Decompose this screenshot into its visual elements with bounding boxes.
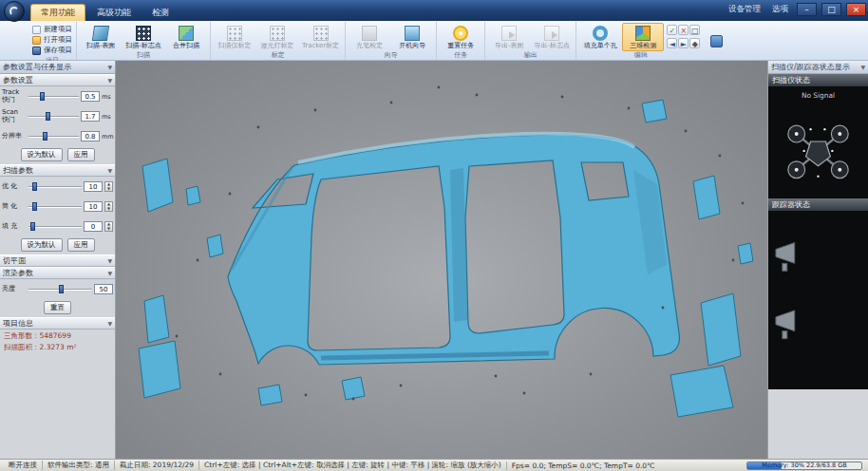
section-scan-title: 扫描参数	[3, 165, 33, 176]
section-param-settings[interactable]: 参数设置 ▼	[0, 74, 115, 86]
laser-calibration-label: 激光灯标定	[261, 43, 294, 50]
app-logo-icon[interactable]	[4, 1, 25, 22]
section-cut-plane[interactable]: 切平面 ▼	[0, 254, 115, 267]
car-body-scan-canvas	[116, 61, 767, 459]
fill-spinner[interactable]: ▲▼	[104, 221, 113, 232]
simplify-label: 简 化	[2, 203, 27, 211]
ribbon-group-calibration: 扫描仪标定 激光灯标定 Tracker标定 标定	[210, 22, 345, 60]
scan-shutter-label: Scan 快门	[2, 109, 27, 123]
ribbon-corner-icon[interactable]	[710, 35, 723, 47]
section-param-title: 参数设置	[3, 75, 33, 85]
section-render-title: 渲染参数	[3, 268, 33, 278]
box-select-icon[interactable]: □	[689, 25, 700, 35]
brightness-value[interactable]: 50	[94, 284, 113, 294]
viewport-3d[interactable]	[116, 61, 767, 459]
startup-wizard-button[interactable]: 开机向导	[391, 23, 433, 51]
tab-common-functions[interactable]: 常用功能	[30, 4, 85, 21]
undo-icon[interactable]: ◄	[667, 38, 677, 48]
section-render-params[interactable]: 渲染参数 ▼	[0, 267, 115, 279]
menu-device-management[interactable]: 设备管理	[725, 4, 764, 15]
export-surface-button[interactable]: 导出-表面	[488, 23, 530, 51]
scanner-calibration-icon	[227, 26, 242, 41]
track-shutter-value[interactable]: 0.5	[81, 91, 100, 102]
simplify-slider[interactable]	[28, 202, 82, 211]
group-label-wizard: 向导	[349, 51, 433, 60]
simplify-spinner[interactable]: ▲▼	[104, 201, 113, 212]
edit-mini-toolbar: ✓ × □ ◄ ► ◆	[665, 23, 702, 51]
param-set-default-button[interactable]: 设为默认	[21, 148, 63, 161]
resolution-slider[interactable]	[28, 132, 79, 141]
export-markers-button[interactable]: 导出-标志点	[531, 23, 573, 51]
minimize-button[interactable]: –	[797, 3, 817, 16]
connection-status: 断开连接	[4, 461, 42, 470]
scanner-calibration-button[interactable]: 扫描仪标定	[214, 23, 255, 51]
brightness-slider[interactable]	[28, 285, 92, 293]
param-apply-button[interactable]: 应用	[67, 148, 95, 161]
scan-set-default-button[interactable]: 设为默认	[21, 238, 63, 252]
resolution-label: 分辨率	[2, 133, 27, 141]
new-project-button[interactable]: 新建项目	[32, 25, 72, 34]
ribbon-group-edit: 填充单个孔 三维检测 ✓ × □ ◄ ► ◆ 编辑	[576, 22, 705, 60]
export-surface-label: 导出-表面	[495, 43, 524, 50]
new-project-icon	[32, 26, 41, 34]
scanner-status-image: No Signal	[768, 86, 868, 198]
track-shutter-slider[interactable]	[28, 92, 79, 101]
track-shutter-unit: ms	[102, 93, 113, 101]
resolution-value[interactable]: 0.8	[81, 131, 100, 141]
group-label-calibration: 标定	[214, 51, 342, 60]
open-folder-icon	[32, 36, 41, 45]
tracker-calibration-button[interactable]: Tracker标定	[299, 23, 342, 51]
status-bar: 断开连接 软件输出类型: 通用 截止日期: 2019/12/29 Ctrl+左键…	[0, 459, 868, 471]
maximize-button[interactable]: □	[821, 3, 841, 16]
tab-inspection[interactable]: 检测	[142, 4, 179, 21]
open-project-button[interactable]: 打开项目	[32, 35, 72, 45]
reset-task-button[interactable]: 重置任务	[440, 23, 481, 51]
group-label-edit: 编辑	[579, 51, 702, 60]
output-type: 软件输出类型: 通用	[42, 461, 114, 470]
memory-bar: Memory: 30% 22.9/63.8 GB	[746, 462, 862, 470]
chevron-down-icon: ▼	[107, 257, 112, 264]
laser-calibration-button[interactable]: 激光灯标定	[256, 23, 298, 51]
redo-icon[interactable]: ►	[678, 38, 689, 48]
brightness-label: 亮度	[2, 286, 27, 293]
scan-apply-button[interactable]: 应用	[67, 238, 95, 252]
simplify-value[interactable]: 10	[84, 201, 103, 212]
lasso-select-icon[interactable]: ◆	[689, 38, 700, 48]
optimize-spinner[interactable]: ▲▼	[104, 181, 113, 192]
optimize-value[interactable]: 10	[84, 181, 103, 192]
scan-surface-icon	[92, 26, 109, 41]
fill-value[interactable]: 0	[84, 221, 103, 232]
menu-options[interactable]: 选项	[768, 4, 792, 15]
scan-surface-button[interactable]: 扫描-表面	[80, 23, 122, 51]
fill-single-hole-button[interactable]: 填充单个孔	[579, 23, 621, 51]
group-label-scan: 扫描	[80, 51, 207, 60]
section-project-info[interactable]: 项目信息 ▼	[0, 317, 115, 330]
memory-text: Memory: 30% 22.9/63.8 GB	[747, 462, 861, 469]
3d-inspection-button[interactable]: 三维检测	[622, 23, 664, 51]
accept-icon[interactable]: ✓	[667, 25, 677, 35]
ribbon-tabs: 常用功能 高级功能 检测	[30, 4, 179, 21]
resolution-row: 分辨率 0.8 mm	[0, 126, 115, 146]
close-button[interactable]: ×	[846, 3, 866, 16]
panel-collapse-icon[interactable]: ▼	[860, 64, 865, 70]
optimize-slider[interactable]	[28, 182, 82, 191]
memory-indicator: Memory: 30% 22.9/63.8 GB	[746, 462, 864, 470]
section-info-title: 项目信息	[3, 318, 33, 329]
scan-markers-button[interactable]: 扫描-标志点	[123, 23, 164, 51]
panel-collapse-icon[interactable]: ▼	[107, 64, 112, 70]
scan-markers-icon	[136, 26, 151, 41]
stylus-check-label: 光笔检定	[356, 43, 383, 50]
render-reset-button[interactable]: 重置	[44, 301, 71, 314]
merge-scan-button[interactable]: 合并扫描	[165, 23, 207, 51]
section-scan-params[interactable]: 扫描参数 ▼	[0, 164, 115, 177]
stylus-check-button[interactable]: 光笔检定	[349, 23, 390, 51]
save-project-button[interactable]: 保存项目	[32, 46, 72, 55]
tab-advanced-functions[interactable]: 高级功能	[87, 4, 141, 21]
fill-slider[interactable]	[28, 222, 82, 231]
tracker-status-image	[768, 211, 868, 389]
reject-icon[interactable]: ×	[678, 25, 689, 35]
brightness-row: 亮度 50	[0, 279, 115, 299]
scan-shutter-value[interactable]: 1.7	[81, 111, 100, 122]
reset-task-icon	[453, 26, 468, 41]
scan-shutter-slider[interactable]	[28, 112, 79, 121]
